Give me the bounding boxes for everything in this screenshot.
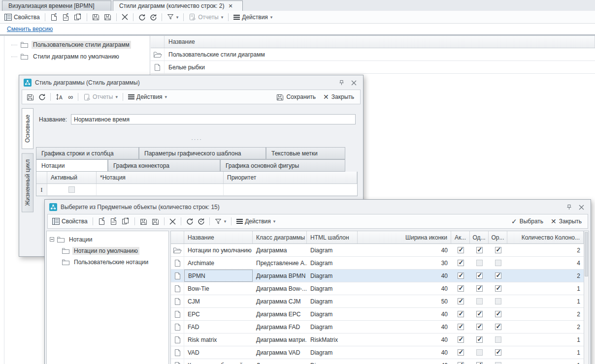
cell-checkbox[interactable]	[489, 334, 507, 346]
tree-item[interactable]: Стили диаграмм по умолчанию	[4, 51, 150, 62]
refresh-button[interactable]	[137, 13, 147, 22]
cell-html-template[interactable]: Diagram	[307, 295, 358, 307]
link-button[interactable]: ∞	[66, 92, 74, 101]
tab-графика-коннектора[interactable]: Графика коннектора	[108, 159, 220, 172]
cell-icon-width[interactable]: 40	[358, 270, 451, 282]
cell-checkbox[interactable]	[489, 257, 507, 269]
cell-checkbox[interactable]	[470, 244, 489, 256]
save-button[interactable]	[91, 12, 101, 22]
sort-button[interactable]: A	[54, 92, 65, 101]
cell-column-count[interactable]: 2	[507, 321, 584, 333]
checkbox-checked[interactable]	[495, 311, 501, 317]
cell-column-count[interactable]: 4	[507, 257, 584, 269]
notation-grid-row[interactable]: I	[36, 184, 357, 196]
checkbox-checked[interactable]	[476, 311, 483, 317]
tree-root-notations[interactable]: Нотации	[50, 234, 168, 245]
cell-checkbox[interactable]	[489, 308, 507, 320]
actions-button[interactable]: Действия ▾	[232, 13, 274, 22]
tab-графика-строки-и-столбца[interactable]: Графика строки и столбца	[36, 147, 139, 159]
active-checkbox[interactable]	[68, 186, 75, 193]
cell-html-template[interactable]: Diagram	[307, 359, 358, 364]
checkbox-checked[interactable]	[458, 311, 464, 317]
cell-checkbox[interactable]	[489, 321, 507, 333]
cell-icon-width[interactable]: 50	[358, 295, 451, 307]
cell-checkbox[interactable]	[451, 257, 470, 269]
table-row[interactable]: BPMNДиаграмма BPMNDiagram402	[171, 270, 584, 282]
change-version-link[interactable]: Сменить версию	[7, 26, 53, 32]
table-row[interactable]: FADДиаграмма FADDiagram402	[171, 321, 584, 334]
cell-checkbox[interactable]	[489, 346, 507, 359]
splitter-handle[interactable]: ····	[35, 136, 359, 142]
cell-checkbox[interactable]	[451, 308, 470, 320]
cell-html-template[interactable]: RiskMatrix	[307, 334, 358, 346]
table-row[interactable]: Белые рыбки	[151, 61, 595, 74]
checkbox-checked[interactable]	[495, 285, 501, 292]
cell-column-count[interactable]: 1	[507, 282, 584, 295]
cell-column-count[interactable]: 1	[507, 346, 584, 359]
tree-item[interactable]: Пользовательские стили диаграмм	[4, 39, 150, 51]
scrollbar-thumb[interactable]	[585, 232, 588, 276]
cell-diagram-class[interactable]: Диаграмма EPC	[253, 308, 307, 320]
cell-diagram-class[interactable]: Диаграмма	[253, 244, 307, 256]
cell-checkbox[interactable]	[489, 359, 507, 364]
column-header[interactable]: Од...	[470, 231, 489, 243]
row-name-cell[interactable]: Белые рыбки	[165, 64, 595, 71]
save-all-button[interactable]	[102, 12, 113, 22]
checkbox-checked[interactable]	[476, 336, 483, 343]
name-column-header[interactable]: Название	[165, 36, 595, 48]
column-header[interactable]	[36, 172, 47, 183]
column-header[interactable]: *Нотация	[97, 172, 224, 183]
new-folder-button[interactable]: *	[108, 216, 119, 226]
checkbox-checked[interactable]	[476, 324, 483, 330]
checkbox-checked[interactable]	[458, 349, 464, 356]
tab-графика-основной-фигуры[interactable]: Графика основной фигуры	[220, 159, 345, 172]
checkbox-checked[interactable]	[476, 247, 483, 253]
cell-checkbox[interactable]	[451, 295, 470, 307]
cell-diagram-class[interactable]: Диаграмма BPMN	[253, 270, 307, 282]
side-tab-active[interactable]: Основные	[22, 108, 33, 149]
cell-diagram-class[interactable]: Диаграмма VAD	[253, 346, 307, 359]
column-header[interactable]	[171, 231, 184, 243]
filter-button[interactable]: ▾	[213, 217, 228, 226]
cell-checkbox[interactable]	[470, 321, 489, 333]
name-input[interactable]: Нормативное время	[71, 114, 356, 124]
cell-icon-width[interactable]: 40	[358, 334, 451, 346]
save-all-button[interactable]	[150, 217, 161, 226]
cell-name[interactable]: EPC	[184, 308, 253, 320]
column-header[interactable]: Название	[184, 231, 253, 243]
actions-button[interactable]: Действия ▾	[235, 217, 277, 226]
column-header[interactable]: Активный	[47, 172, 97, 183]
cell-name[interactable]: Карта потребностей	[184, 359, 253, 364]
checkbox-unchecked[interactable]	[495, 298, 501, 304]
side-tab-inactive[interactable]: Жизненный цикл	[22, 153, 33, 212]
copy-button[interactable]: *	[120, 216, 131, 226]
cell-diagram-class[interactable]: Представление А...	[253, 257, 307, 269]
tree-item[interactable]: Нотации по умолчанию	[50, 245, 168, 256]
cell-checkbox[interactable]	[489, 295, 507, 307]
cell-checkbox[interactable]	[489, 244, 507, 256]
cell-html-template[interactable]: Diagram	[307, 346, 358, 359]
cell-icon-width[interactable]: 30	[358, 257, 451, 269]
cell-checkbox[interactable]	[470, 308, 489, 320]
column-header[interactable]: Ор...	[489, 231, 507, 243]
properties-button[interactable]: Свойства	[3, 13, 41, 22]
tab-параметры-графического-шаблона[interactable]: Параметры графического шаблона	[139, 147, 266, 159]
checkbox-checked[interactable]	[495, 349, 501, 356]
cell-icon-width[interactable]: 40	[358, 282, 451, 295]
new-item-button[interactable]: *	[49, 12, 59, 22]
cell-name[interactable]: BPMN	[184, 270, 253, 282]
save-and-keep-button[interactable]: Сохранить	[273, 92, 319, 102]
column-header[interactable]: Ак...	[451, 231, 470, 243]
refresh-all-button[interactable]	[196, 217, 206, 226]
refresh-button[interactable]	[37, 92, 47, 101]
checkbox-unchecked[interactable]	[495, 336, 501, 343]
collapse-expander-icon[interactable]	[50, 237, 54, 242]
cell-column-count[interactable]: 2	[507, 244, 584, 256]
cell-diagram-class[interactable]: Диаграмма Bow-...	[253, 282, 307, 295]
checkbox-checked[interactable]	[458, 273, 464, 279]
cell-name[interactable]: Archimate	[184, 257, 253, 269]
select-button[interactable]: ✓ Выбрать	[508, 216, 546, 226]
filter-button[interactable]: ▾	[165, 13, 180, 21]
close-icon[interactable]	[579, 205, 584, 210]
cell-name[interactable]: Risk matrix	[184, 334, 253, 346]
